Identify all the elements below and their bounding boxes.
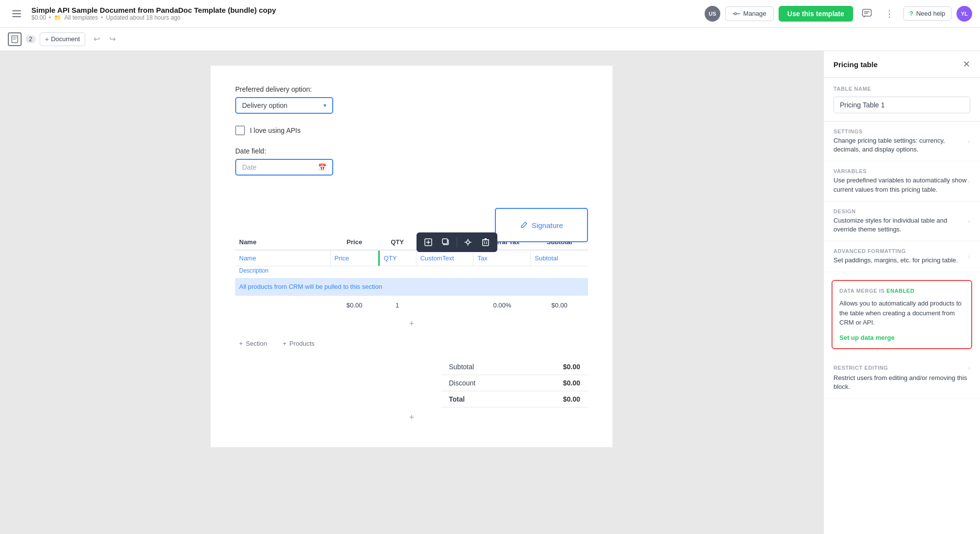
data-merge-header: DATA MERGE IS ENABLED [839,288,964,294]
discount-label: Discount [449,379,475,387]
svg-rect-14 [442,239,447,244]
section-products-row: + Section + Products [235,333,588,354]
right-panel: Pricing table ✕ TABLE NAME SETTINGS Chan… [823,51,980,534]
undo-redo-group: ↩ ↪ [89,32,120,47]
chat-icon-button[interactable] [858,5,876,23]
add-document-button[interactable]: + Document [40,32,85,46]
chevron-down-icon: ▾ [323,102,326,109]
toolbar-duplicate-button[interactable] [439,235,453,249]
cell-price[interactable]: Price [331,251,378,266]
pricing-table: Name Price QTY Type Federal Tax Subtotal… [235,234,588,428]
doc-count-badge: 2 [25,35,36,43]
redo-button[interactable]: ↪ [105,32,120,47]
toolbar-add-button[interactable] [421,235,435,249]
main-layout: Preferred delivery option: Delivery opti… [0,51,980,534]
folder-icon: 📁 [54,14,61,21]
manage-button[interactable]: Manage [725,6,774,21]
doc-price: $0.00 [31,14,46,21]
svg-rect-2 [12,16,21,17]
total-tax: 0.00% [473,300,531,311]
totals-row: $0.00 1 0.00% $0.00 [235,295,588,315]
need-help-button[interactable]: ? Need help [903,6,952,21]
setup-data-merge-link[interactable]: Set up data merge [839,334,895,341]
total-qty: 1 [378,300,416,311]
breadcrumb: All templates [64,14,98,21]
svg-rect-0 [12,10,21,11]
add-row-button[interactable]: + [409,319,415,329]
add-row-section: + [235,315,588,333]
cell-type[interactable]: CustomText [416,251,474,266]
document-page: Preferred delivery option: Delivery opti… [211,66,612,447]
calendar-icon: 📅 [318,163,326,171]
advanced-formatting-row[interactable]: ADVANCED FORMATTING Set paddings, margin… [824,241,980,272]
toolbar-delete-button[interactable] [479,235,492,249]
table-name-label: TABLE NAME [833,86,970,92]
data-merge-description: Allows you to automatically add products… [839,299,964,328]
advanced-formatting-chevron-icon: › [968,253,970,260]
avatar-us[interactable]: US [705,6,720,22]
toolbar-separator [457,237,457,247]
bottom-add-button[interactable]: + [409,412,415,423]
data-merge-box: DATA MERGE IS ENABLED Allows you to auto… [832,280,972,349]
summary-subtotal-row: Subtotal $0.00 [441,359,588,375]
subtotal-value: $0.00 [563,363,580,371]
question-icon: ? [909,10,913,17]
summary-section: Subtotal $0.00 Discount $0.00 Total $0.0… [441,359,588,407]
cell-tax[interactable]: Tax [473,251,531,266]
restrict-editing-row[interactable]: RESTRICT EDITING › Restrict users from e… [824,357,980,399]
more-options-button[interactable]: ⋮ [881,5,898,23]
cell-description[interactable]: Description [235,266,588,278]
plus-icon: + [283,340,287,347]
updated-text: Updated about 18 hours ago [106,14,180,21]
total-value: $0.00 [563,395,580,403]
col-price: Price [331,238,378,246]
close-panel-button[interactable]: ✕ [963,59,970,70]
table-name-section: TABLE NAME [824,78,980,122]
summary-discount-row: Discount $0.00 [441,375,588,391]
love-apis-checkbox[interactable] [235,126,245,135]
total-label: Total [449,395,465,403]
variables-chevron-icon: › [968,178,970,185]
settings-row[interactable]: SETTINGS Change pricing table settings: … [824,122,980,161]
design-row[interactable]: DESIGN Customize styles for individual t… [824,202,980,241]
cell-subtotal[interactable]: Subtotal [531,251,588,266]
topbar-actions: US Manage Use this template ⋮ ? Need hel… [705,5,972,23]
plus-icon: + [45,35,49,43]
toolbar-settings-button[interactable] [461,235,475,249]
settings-chevron-icon: › [968,137,970,145]
add-section-button[interactable]: + Section [235,338,271,349]
design-chevron-icon: › [968,217,970,225]
signature-button[interactable]: Signature [495,208,588,242]
discount-value: $0.00 [563,379,580,387]
manage-icon [733,10,740,18]
avatar-yl[interactable]: YL [956,6,972,22]
date-input[interactable]: Date 📅 [235,159,333,176]
undo-button[interactable]: ↩ [89,32,104,47]
col-qty: QTY [378,238,416,246]
right-panel-title: Pricing table [833,60,878,69]
add-products-button[interactable]: + Products [279,338,318,349]
pen-icon [520,221,528,229]
cell-qty[interactable]: QTY [378,251,416,266]
floating-toolbar [416,232,497,252]
use-template-button[interactable]: Use this template [779,6,853,22]
secondbar: 2 + Document ↩ ↪ [0,27,980,51]
document-icon [8,32,22,46]
bottom-add-section: + [235,407,588,428]
svg-point-15 [466,241,469,244]
total-price: $0.00 [331,300,378,311]
cell-name[interactable]: Name [235,251,331,266]
canvas: Preferred delivery option: Delivery opti… [0,51,823,534]
subtotal-label: Subtotal [449,363,474,371]
table-row[interactable]: Name Price QTY CustomText Tax Subtotal D… [235,251,588,278]
delivery-section: Preferred delivery option: Delivery opti… [235,85,588,114]
delivery-select[interactable]: Delivery option ▾ [235,97,333,114]
variables-row[interactable]: VARIABLES Use predefined variables to au… [824,161,980,201]
plus-icon: + [239,340,243,347]
right-panel-header: Pricing table ✕ [824,51,980,78]
svg-rect-4 [862,9,871,16]
table-name-input[interactable] [833,97,970,113]
col-name: Name [235,238,331,246]
hamburger-menu-button[interactable] [8,5,25,23]
checkbox-row: I love using APIs [235,126,588,135]
